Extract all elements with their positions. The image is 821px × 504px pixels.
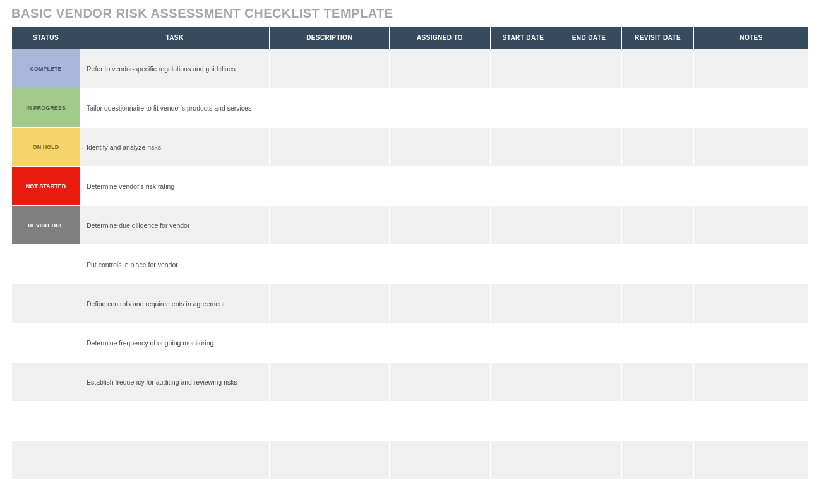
notes-cell[interactable] [694, 323, 809, 363]
assigned-to-cell[interactable] [390, 206, 491, 245]
description-cell[interactable] [270, 402, 390, 441]
status-cell[interactable] [12, 284, 80, 323]
task-cell[interactable] [80, 402, 270, 441]
start-date-cell[interactable] [491, 363, 556, 402]
assigned-to-cell[interactable] [390, 284, 491, 323]
revisit-date-cell[interactable] [622, 167, 694, 206]
assigned-to-cell[interactable] [390, 402, 491, 441]
status-cell[interactable]: ON HOLD [12, 128, 80, 167]
task-cell[interactable]: Identify and analyze risks [80, 128, 270, 167]
end-date-cell[interactable] [556, 49, 622, 88]
description-cell[interactable] [270, 128, 390, 167]
notes-cell[interactable] [694, 206, 809, 245]
start-date-cell[interactable] [491, 128, 556, 167]
revisit-date-cell[interactable] [622, 323, 694, 363]
revisit-date-cell[interactable] [622, 245, 694, 284]
status-cell[interactable]: IN PROGRESS [12, 88, 80, 128]
end-date-cell[interactable] [556, 128, 622, 167]
revisit-date-cell[interactable] [622, 206, 694, 245]
description-cell[interactable] [270, 245, 390, 284]
end-date-cell[interactable] [556, 88, 622, 128]
task-cell[interactable]: Establish frequency for auditing and rev… [80, 363, 270, 402]
status-cell[interactable]: COMPLETE [12, 49, 80, 88]
assigned-to-cell[interactable] [390, 167, 491, 206]
task-cell[interactable]: Refer to vendor-specific regulations and… [80, 49, 270, 88]
task-cell[interactable] [80, 480, 270, 505]
end-date-cell[interactable] [556, 245, 622, 284]
description-cell[interactable] [270, 206, 390, 245]
start-date-cell[interactable] [491, 480, 556, 505]
task-cell[interactable]: Determine frequency of ongoing monitorin… [80, 323, 270, 363]
assigned-to-cell[interactable] [390, 128, 491, 167]
status-cell[interactable] [12, 402, 80, 441]
task-cell[interactable]: Define controls and requirements in agre… [80, 284, 270, 323]
end-date-cell[interactable] [556, 206, 622, 245]
status-cell[interactable] [12, 245, 80, 284]
task-cell[interactable]: Determine due diligence for vendor [80, 206, 270, 245]
status-cell[interactable] [12, 363, 80, 402]
notes-cell[interactable] [694, 128, 809, 167]
notes-cell[interactable] [694, 284, 809, 323]
revisit-date-cell[interactable] [622, 128, 694, 167]
description-cell[interactable] [270, 441, 390, 480]
status-cell[interactable] [12, 480, 80, 505]
assigned-to-cell[interactable] [390, 480, 491, 505]
start-date-cell[interactable] [491, 284, 556, 323]
description-cell[interactable] [270, 323, 390, 363]
task-cell[interactable]: Tailor questionnaire to fit vendor's pro… [80, 88, 270, 128]
assigned-to-cell[interactable] [390, 441, 491, 480]
assigned-to-cell[interactable] [390, 245, 491, 284]
start-date-cell[interactable] [491, 402, 556, 441]
notes-cell[interactable] [694, 167, 809, 206]
notes-cell[interactable] [694, 49, 809, 88]
assigned-to-cell[interactable] [390, 49, 491, 88]
notes-cell[interactable] [694, 245, 809, 284]
task-cell[interactable]: Determine vendor's risk rating [80, 167, 270, 206]
notes-cell[interactable] [694, 480, 809, 505]
revisit-date-cell[interactable] [622, 49, 694, 88]
notes-cell[interactable] [694, 88, 809, 128]
description-cell[interactable] [270, 167, 390, 206]
assigned-to-cell[interactable] [390, 363, 491, 402]
revisit-date-cell[interactable] [622, 88, 694, 128]
notes-cell[interactable] [694, 402, 809, 441]
col-revisit-date: REVISIT DATE [622, 27, 694, 49]
notes-cell[interactable] [694, 441, 809, 480]
start-date-cell[interactable] [491, 88, 556, 128]
description-cell[interactable] [270, 88, 390, 128]
status-cell[interactable]: REVISIT DUE [12, 206, 80, 245]
table-row: IN PROGRESSTailor questionnaire to fit v… [12, 88, 809, 128]
description-cell[interactable] [270, 284, 390, 323]
status-cell[interactable] [12, 323, 80, 363]
assigned-to-cell[interactable] [390, 323, 491, 363]
col-start-date: START DATE [491, 27, 556, 49]
start-date-cell[interactable] [491, 206, 556, 245]
revisit-date-cell[interactable] [622, 284, 694, 323]
start-date-cell[interactable] [491, 167, 556, 206]
end-date-cell[interactable] [556, 284, 622, 323]
description-cell[interactable] [270, 480, 390, 505]
status-cell[interactable] [12, 441, 80, 480]
end-date-cell[interactable] [556, 363, 622, 402]
revisit-date-cell[interactable] [622, 441, 694, 480]
status-cell[interactable]: NOT STARTED [12, 167, 80, 206]
start-date-cell[interactable] [491, 49, 556, 88]
end-date-cell[interactable] [556, 402, 622, 441]
end-date-cell[interactable] [556, 323, 622, 363]
end-date-cell[interactable] [556, 441, 622, 480]
revisit-date-cell[interactable] [622, 480, 694, 505]
end-date-cell[interactable] [556, 167, 622, 206]
task-cell[interactable] [80, 441, 270, 480]
task-cell[interactable]: Put controls in place for vendor [80, 245, 270, 284]
description-cell[interactable] [270, 363, 390, 402]
revisit-date-cell[interactable] [622, 402, 694, 441]
table-row: Determine frequency of ongoing monitorin… [12, 323, 809, 363]
start-date-cell[interactable] [491, 323, 556, 363]
description-cell[interactable] [270, 49, 390, 88]
revisit-date-cell[interactable] [622, 363, 694, 402]
notes-cell[interactable] [694, 363, 809, 402]
assigned-to-cell[interactable] [390, 88, 491, 128]
start-date-cell[interactable] [491, 441, 556, 480]
end-date-cell[interactable] [556, 480, 622, 505]
start-date-cell[interactable] [491, 245, 556, 284]
